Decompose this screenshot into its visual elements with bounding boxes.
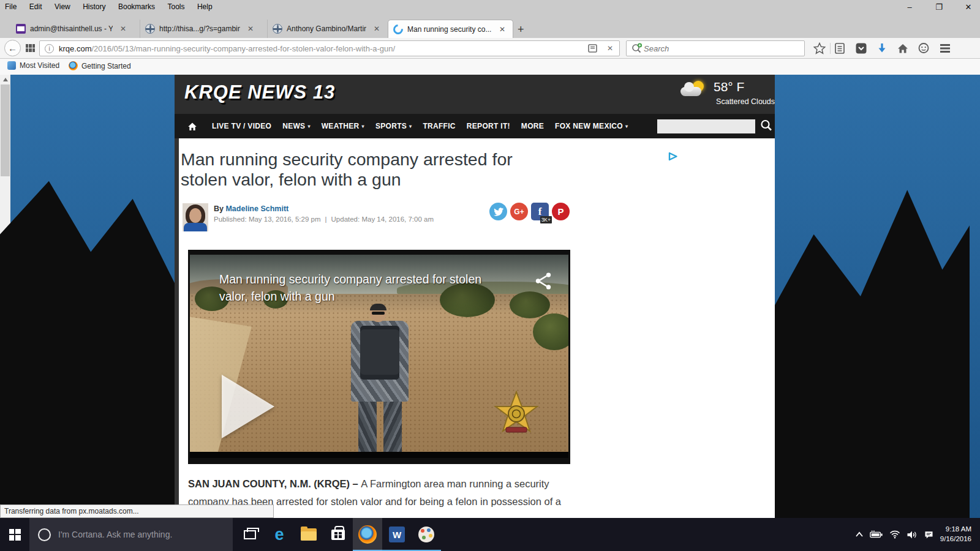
word-button[interactable]: W xyxy=(382,518,412,551)
close-button[interactable]: ✕ xyxy=(962,1,975,12)
nav-news[interactable]: NEWS▾ xyxy=(277,122,316,130)
menu-help[interactable]: Help xyxy=(192,0,217,13)
tab-close-icon[interactable]: ✕ xyxy=(245,23,256,34)
store-button[interactable] xyxy=(323,518,353,551)
menu-file[interactable]: File xyxy=(0,0,21,13)
tab-close-icon[interactable]: ✕ xyxy=(371,23,382,34)
tab-anthony-gambino[interactable]: Anthony Gambino/Martin... ✕ xyxy=(267,20,387,38)
windows-logo-icon xyxy=(9,529,21,541)
nav-weather[interactable]: WEATHER▾ xyxy=(316,122,370,130)
wifi-icon[interactable] xyxy=(889,530,900,539)
content-edge-strip xyxy=(175,138,179,518)
site-search-icon[interactable] xyxy=(760,119,773,132)
video-thumbnail: Man running security company arrested fo… xyxy=(190,255,568,458)
play-button[interactable] xyxy=(222,375,274,438)
tab-active-article[interactable]: Man running security co... ✕ xyxy=(388,20,513,38)
menu-edit[interactable]: Edit xyxy=(24,0,47,13)
googleplus-share-button[interactable]: G+ xyxy=(510,203,528,220)
minimize-button[interactable]: – xyxy=(903,1,916,12)
back-button[interactable]: ← xyxy=(4,40,21,56)
globe-icon xyxy=(273,24,282,34)
downloads-icon[interactable] xyxy=(875,42,889,55)
bookmark-getting-started[interactable]: Getting Started xyxy=(69,61,131,70)
author-avatar[interactable] xyxy=(183,203,208,231)
tab-close-icon[interactable]: ✕ xyxy=(118,23,129,34)
menu-bookmarks[interactable]: Bookmarks xyxy=(113,0,160,13)
tab-webmail[interactable]: admin@thisainthell.us - Y... ✕ xyxy=(11,20,134,38)
status-bar: Transferring data from px.moatads.com... xyxy=(0,504,274,518)
site-search-input[interactable] xyxy=(657,119,755,133)
action-center-icon[interactable] xyxy=(924,530,934,539)
figure-leg xyxy=(358,402,377,458)
nav-report-it[interactable]: REPORT IT! xyxy=(461,122,516,130)
url-bar[interactable]: i krqe.com/2016/05/13/man-running-securi… xyxy=(39,40,620,56)
cortana-search-box[interactable]: I'm Cortana. Ask me anything. xyxy=(29,518,233,551)
sheriff-badge-logo xyxy=(494,391,539,440)
screen: File Edit View History Bookmarks Tools H… xyxy=(0,0,980,551)
start-button[interactable] xyxy=(0,518,29,551)
publish-line: Published: May 13, 2016, 5:29 pm|Updated… xyxy=(214,216,434,223)
cortana-placeholder: I'm Cortana. Ask me anything. xyxy=(58,530,172,539)
nav-more[interactable]: MORE xyxy=(516,122,549,130)
video-player[interactable]: Man running security company arrested fo… xyxy=(188,250,570,464)
search-input[interactable] xyxy=(644,44,778,53)
scrollbar-thumb[interactable] xyxy=(1,84,10,176)
firefox-button[interactable] xyxy=(353,518,382,551)
nav-traffic[interactable]: TRAFFIC xyxy=(417,122,461,130)
system-tray: 9:18 AM 9/16/2016 xyxy=(855,518,971,551)
tab-search-gambino[interactable]: http://thisa...g/?s=gambino ✕ xyxy=(140,20,261,38)
bookmark-most-visited[interactable]: Most Visited xyxy=(7,61,59,70)
edge-button[interactable]: e xyxy=(265,518,294,551)
hamburger-menu-icon[interactable] xyxy=(938,42,952,55)
search-engine-icon[interactable] xyxy=(630,42,644,54)
tray-chevron-icon[interactable] xyxy=(855,531,864,538)
nav-fox-new-mexico[interactable]: FOX NEW MEXICO▾ xyxy=(549,122,633,130)
menu-history[interactable]: History xyxy=(78,0,110,13)
pocket-icon[interactable] xyxy=(854,42,868,55)
tab-close-icon[interactable]: ✕ xyxy=(497,24,508,35)
facebook-share-button[interactable]: f 3K+ xyxy=(531,203,549,220)
stop-loading-icon[interactable]: ✕ xyxy=(607,44,613,53)
reader-mode-icon[interactable] xyxy=(587,43,600,53)
nav-live-tv[interactable]: LIVE TV / VIDEO xyxy=(206,122,277,130)
author-link[interactable]: Madeline Schmitt xyxy=(225,204,288,213)
paint-button[interactable] xyxy=(412,518,441,551)
taskbar: I'm Cortana. Ask me anything. e W xyxy=(0,518,980,551)
bookmark-label: Getting Started xyxy=(81,62,131,70)
file-explorer-icon xyxy=(301,528,317,541)
mail-icon xyxy=(16,24,26,34)
volume-icon[interactable] xyxy=(907,530,918,539)
menu-tools[interactable]: Tools xyxy=(162,0,189,13)
bookmark-star-icon[interactable] xyxy=(813,42,826,55)
new-tab-button[interactable]: + xyxy=(518,23,524,36)
facebook-share-count: 3K+ xyxy=(540,216,552,223)
task-view-button[interactable] xyxy=(235,518,265,551)
nav-sports[interactable]: SPORTS▾ xyxy=(370,122,417,130)
site-logo[interactable]: KRQE NEWS 13 xyxy=(184,81,335,103)
video-share-icon[interactable] xyxy=(533,271,554,291)
scroll-up-arrow[interactable] xyxy=(0,75,10,84)
site-nav: LIVE TV / VIDEO NEWS▾ WEATHER▾ SPORTS▾ T… xyxy=(175,114,775,138)
byline: By Madeline Schmitt xyxy=(214,204,288,213)
tactical-vest xyxy=(360,326,399,380)
home-icon[interactable] xyxy=(896,42,910,55)
tab-title: http://thisa...g/?s=gambino xyxy=(159,24,240,33)
taskbar-clock[interactable]: 9:18 AM 9/16/2016 xyxy=(940,525,971,544)
nav-home-icon[interactable] xyxy=(187,121,198,132)
adchoices-icon[interactable] xyxy=(668,152,678,161)
pinterest-share-button[interactable]: P xyxy=(552,203,570,220)
hello-chat-icon[interactable] xyxy=(917,42,930,55)
search-bar[interactable] xyxy=(626,40,805,56)
bookmark-label: Most Visited xyxy=(20,61,59,70)
file-explorer-button[interactable] xyxy=(294,518,323,551)
battery-icon[interactable] xyxy=(870,530,883,539)
site-info-icon[interactable]: i xyxy=(45,44,54,53)
browser-toolbar: ← i krqe.com/2016/05/13/man-running-secu… xyxy=(0,38,980,59)
window-controls: – ❐ ✕ xyxy=(903,1,975,12)
twitter-share-button[interactable] xyxy=(489,203,507,220)
restore-button[interactable]: ❐ xyxy=(932,1,946,12)
pages-grid-icon[interactable] xyxy=(26,44,35,52)
weather-partly-cloudy-icon xyxy=(679,80,710,104)
bookmarks-list-icon[interactable] xyxy=(833,42,846,55)
menu-view[interactable]: View xyxy=(50,0,75,13)
